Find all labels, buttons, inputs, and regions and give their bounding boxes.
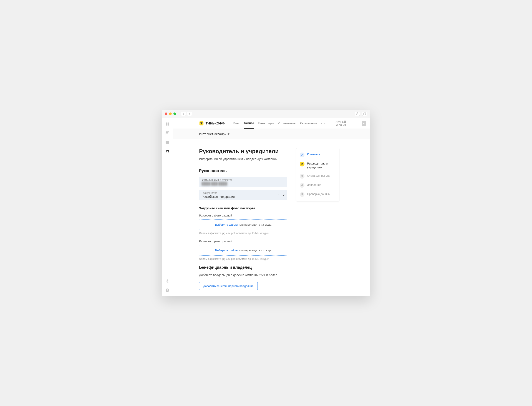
cart-icon bbox=[165, 150, 169, 153]
topnav-invest[interactable]: Инвестиции bbox=[258, 122, 274, 128]
tabs-button[interactable] bbox=[362, 112, 367, 116]
chevron-left-icon bbox=[182, 113, 184, 115]
page-body: Руководитель и учредители Информация об … bbox=[173, 139, 370, 296]
brand-logo-icon bbox=[199, 121, 204, 126]
reg-spread-label: Разворот с регистрацией bbox=[199, 239, 287, 243]
svg-rect-13 bbox=[166, 141, 169, 144]
add-beneficiary-button[interactable]: Добавить бенефициарного владельца bbox=[199, 282, 258, 290]
user-menu-button[interactable] bbox=[362, 121, 366, 126]
svg-point-9 bbox=[168, 133, 168, 134]
svg-point-8 bbox=[167, 133, 168, 134]
chevron-down-icon bbox=[282, 194, 285, 196]
rail-calculator-button[interactable] bbox=[165, 131, 169, 135]
steps-card: Компания 2 Руководитель и учредители 3 С… bbox=[296, 148, 339, 202]
director-name-value: ████ ███ ████ bbox=[202, 182, 285, 185]
photo-spread-dropzone[interactable]: Выберите файлы или перетащите их сюда bbox=[199, 219, 287, 230]
brand-name: ТИНЬКОФФ bbox=[206, 121, 225, 125]
svg-point-14 bbox=[167, 152, 167, 153]
svg-rect-0 bbox=[363, 113, 365, 115]
left-rail: ? bbox=[162, 118, 173, 296]
share-button[interactable] bbox=[355, 112, 360, 116]
topbar: ТИНЬКОФФ Банк Бизнес Инвестиции Страхова… bbox=[173, 118, 370, 129]
citizenship-value: Российская Федерация bbox=[202, 195, 285, 198]
step-verification[interactable]: 5 Проверка данных bbox=[300, 192, 336, 197]
main-scroll[interactable]: ТИНЬКОФФ Банк Бизнес Инвестиции Страхова… bbox=[173, 118, 370, 296]
photo-file-hint: Файлы в формате jpg или pdf, объемом до … bbox=[199, 232, 287, 235]
reg-choose-files-link[interactable]: Выберите файлы bbox=[215, 249, 238, 252]
step-label: Компания bbox=[307, 152, 320, 156]
photo-choose-files-link[interactable]: Выберите файлы bbox=[215, 223, 238, 226]
step-accounts[interactable]: 3 Счета для выплат bbox=[300, 174, 336, 179]
step-label: Проверка данных bbox=[307, 192, 330, 196]
gear-icon bbox=[165, 279, 169, 283]
svg-point-12 bbox=[168, 134, 168, 134]
reg-spread-dropzone[interactable]: Выберите файлы или перетащите их сюда bbox=[199, 245, 287, 256]
topnav-more-button[interactable]: ··· bbox=[321, 121, 325, 125]
svg-rect-6 bbox=[166, 132, 168, 133]
subheader: Интернет-эквайринг bbox=[173, 129, 370, 139]
grid-icon bbox=[166, 122, 169, 126]
svg-rect-4 bbox=[168, 124, 169, 125]
page-title: Руководитель и учредители bbox=[199, 148, 287, 155]
nav-back-button[interactable] bbox=[181, 112, 186, 116]
titlebar-right bbox=[355, 112, 367, 116]
svg-rect-1 bbox=[166, 123, 167, 124]
topnav: Банк Бизнес Инвестиции Страхование Развл… bbox=[233, 121, 325, 125]
svg-rect-2 bbox=[168, 123, 169, 124]
window-zoom-button[interactable] bbox=[173, 112, 176, 115]
svg-point-15 bbox=[168, 152, 168, 153]
director-name-label: Фамилия, имя и отчество bbox=[202, 178, 285, 181]
rail-apps-button[interactable] bbox=[165, 122, 169, 126]
window-close-button[interactable] bbox=[165, 112, 167, 115]
step-number-badge: 3 bbox=[300, 174, 304, 179]
rail-wallet-button[interactable] bbox=[165, 140, 169, 145]
calculator-icon bbox=[166, 131, 169, 135]
browser-content: ? ТИНЬКОФФ Банк Бизнес Инвестиции Страхо… bbox=[162, 118, 370, 296]
chevron-down-icon bbox=[363, 123, 365, 124]
citizenship-label: Гражданство bbox=[202, 191, 285, 195]
svg-point-7 bbox=[167, 133, 167, 134]
share-icon bbox=[356, 112, 359, 115]
topnav-entertainment[interactable]: Развлечения bbox=[300, 122, 317, 128]
director-name-input[interactable]: Фамилия, имя и отчество ████ ███ ████ bbox=[199, 177, 287, 187]
nav-forward-button[interactable] bbox=[187, 112, 192, 116]
tabs-icon bbox=[363, 112, 366, 115]
wallet-icon bbox=[165, 141, 169, 144]
rail-help-button[interactable]: ? bbox=[165, 288, 169, 292]
director-section-title: Руководитель bbox=[199, 169, 287, 173]
svg-rect-3 bbox=[166, 124, 167, 125]
step-number-badge: 4 bbox=[300, 183, 304, 188]
step-number-badge: 5 bbox=[300, 192, 304, 197]
browser-titlebar bbox=[162, 110, 370, 118]
page-subtitle: Информация об управляющем и владельцах к… bbox=[199, 157, 287, 161]
step-label: Счета для выплат bbox=[307, 174, 331, 178]
reg-drag-hint: или перетащите их сюда bbox=[238, 249, 271, 252]
svg-point-10 bbox=[167, 134, 167, 134]
citizenship-select[interactable]: Гражданство Российская Федерация × bbox=[199, 190, 287, 200]
rail-cart-button[interactable] bbox=[165, 149, 169, 154]
nav-arrows bbox=[181, 112, 192, 116]
window-minimize-button[interactable] bbox=[169, 112, 172, 115]
photo-spread-label: Разворот с фотографией bbox=[199, 214, 287, 217]
form-column: Руководитель и учредители Информация об … bbox=[199, 148, 287, 296]
svg-point-16 bbox=[167, 281, 168, 282]
beneficiary-subtitle: Добавьте владельцев с долей в компании 2… bbox=[199, 273, 287, 277]
passport-section-title: Загрузите скан или фото паспорта bbox=[199, 206, 287, 210]
reg-file-hint: Файлы в формате jpg или pdf, объемом до … bbox=[199, 257, 287, 261]
topnav-insurance[interactable]: Страхование bbox=[278, 122, 295, 128]
traffic-lights bbox=[165, 112, 176, 115]
step-company[interactable]: Компания bbox=[300, 152, 336, 157]
citizenship-clear-button[interactable]: × bbox=[278, 193, 280, 197]
topnav-bank[interactable]: Банк bbox=[233, 122, 240, 128]
photo-drag-hint: или перетащите их сюда bbox=[238, 223, 271, 226]
step-number-badge: 2 bbox=[300, 162, 304, 167]
topnav-business[interactable]: Бизнес bbox=[244, 121, 254, 129]
step-director[interactable]: 2 Руководитель и учредители bbox=[300, 162, 336, 169]
rail-settings-button[interactable] bbox=[165, 279, 169, 283]
step-application[interactable]: 4 Заявление bbox=[300, 183, 336, 188]
check-icon bbox=[300, 152, 304, 157]
svg-point-11 bbox=[167, 134, 168, 134]
step-label: Заявление bbox=[307, 183, 321, 187]
cabinet-link[interactable]: Личный кабинет bbox=[336, 120, 354, 127]
brand[interactable]: ТИНЬКОФФ bbox=[199, 121, 225, 126]
